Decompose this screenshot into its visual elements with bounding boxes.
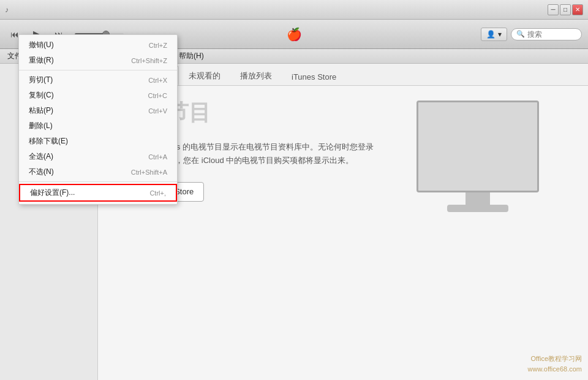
paste-label: 粘贴(P) bbox=[29, 105, 53, 116]
undo-label: 撤销(U) bbox=[29, 40, 54, 50]
redo-shortcut: Ctrl+Shift+Z bbox=[131, 57, 167, 64]
tab-playlist[interactable]: 播放列表 bbox=[230, 67, 282, 85]
title-bar-left: ♪ bbox=[5, 6, 9, 14]
menu-item-paste[interactable]: 粘贴(P) Ctrl+V bbox=[19, 103, 177, 118]
dropdown-menu-container: 撤销(U) Ctrl+Z 重做(R) Ctrl+Shift+Z 剪切(T) Ct… bbox=[18, 34, 178, 205]
select-all-label: 全选(A) bbox=[29, 151, 53, 162]
user-area: 👤 ▾ 🔍 bbox=[481, 28, 582, 41]
menu-help[interactable]: 帮助(H) bbox=[174, 50, 209, 63]
copy-label: 复制(C) bbox=[29, 90, 54, 101]
title-bar: ♪ ─ □ ✕ bbox=[0, 0, 588, 20]
window-controls: ─ □ ✕ bbox=[548, 4, 583, 15]
separator-1 bbox=[19, 70, 177, 70]
user-icon: 👤 bbox=[486, 30, 496, 39]
remove-download-label: 移除下载(E) bbox=[29, 136, 68, 146]
tv-screen bbox=[417, 101, 539, 192]
paste-shortcut: Ctrl+V bbox=[148, 107, 167, 115]
user-button[interactable]: 👤 ▾ bbox=[481, 28, 507, 41]
app-icon: ♪ bbox=[5, 6, 9, 14]
menu-item-select-all[interactable]: 全选(A) Ctrl+A bbox=[19, 149, 177, 164]
maximize-button[interactable]: □ bbox=[560, 4, 571, 15]
search-input[interactable] bbox=[527, 30, 576, 39]
preferences-label: 偏好设置(F)... bbox=[30, 188, 75, 198]
watermark-line2: www.office68.com bbox=[528, 364, 582, 374]
delete-label: 删除(L) bbox=[29, 121, 53, 131]
search-icon: 🔍 bbox=[516, 30, 525, 38]
tab-unwatched[interactable]: 未观看的 bbox=[179, 67, 230, 85]
menu-item-deselect[interactable]: 不选(N) Ctrl+Shift+A bbox=[19, 164, 177, 180]
close-button[interactable]: ✕ bbox=[572, 4, 583, 15]
deselect-shortcut: Ctrl+Shift+A bbox=[131, 169, 167, 176]
minimize-button[interactable]: ─ bbox=[548, 4, 559, 15]
menu-item-cut[interactable]: 剪切(T) Ctrl+X bbox=[19, 72, 177, 88]
menu-item-delete[interactable]: 删除(L) bbox=[19, 118, 177, 134]
search-box[interactable]: 🔍 bbox=[511, 28, 582, 40]
menu-item-preferences[interactable]: 偏好设置(F)... Ctrl+, bbox=[19, 184, 177, 202]
redo-label: 重做(R) bbox=[29, 55, 54, 66]
menu-item-undo[interactable]: 撤销(U) Ctrl+Z bbox=[19, 37, 177, 53]
separator-2 bbox=[19, 181, 177, 182]
menu-item-remove-download[interactable]: 移除下载(E) bbox=[19, 134, 177, 149]
tab-itunes-store[interactable]: iTunes Store bbox=[282, 69, 346, 85]
menu-item-copy[interactable]: 复制(C) Ctrl+C bbox=[19, 88, 177, 103]
tv-illustration bbox=[417, 101, 539, 212]
preferences-shortcut: Ctrl+, bbox=[149, 189, 166, 197]
cut-shortcut: Ctrl+X bbox=[148, 77, 167, 84]
copy-shortcut: Ctrl+C bbox=[148, 92, 167, 99]
tv-stand-base bbox=[447, 205, 508, 212]
watermark-line1: Office教程学习网 bbox=[528, 354, 582, 364]
chevron-down-icon: ▾ bbox=[498, 30, 502, 39]
deselect-label: 不选(N) bbox=[29, 167, 54, 177]
select-all-shortcut: Ctrl+A bbox=[148, 153, 167, 161]
cut-label: 剪切(T) bbox=[29, 75, 53, 85]
menu-item-redo[interactable]: 重做(R) Ctrl+Shift+Z bbox=[19, 53, 177, 68]
tv-stand-neck bbox=[466, 192, 490, 205]
apple-symbol: 🍎 bbox=[287, 27, 302, 42]
undo-shortcut: Ctrl+Z bbox=[149, 42, 167, 49]
watermark: Office教程学习网 www.office68.com bbox=[528, 354, 582, 374]
edit-dropdown-menu: 撤销(U) Ctrl+Z 重做(R) Ctrl+Shift+Z 剪切(T) Ct… bbox=[18, 34, 178, 205]
